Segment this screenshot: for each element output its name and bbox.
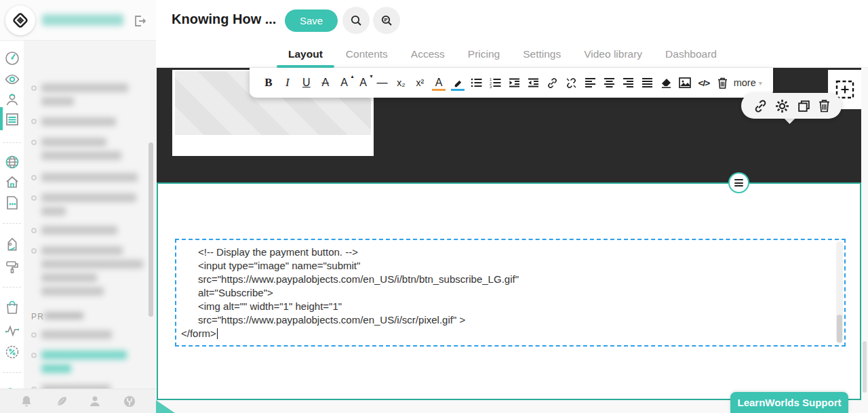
element-scrollbar-thumb[interactable]	[837, 315, 842, 342]
blurred-item[interactable]	[41, 173, 138, 182]
discount-icon[interactable]	[4, 344, 20, 360]
document-icon[interactable]	[4, 195, 20, 211]
blurred-item[interactable]	[41, 193, 136, 202]
blurred-item[interactable]	[41, 246, 123, 255]
pages-icon[interactable]	[4, 111, 20, 127]
section-header-pricing: PR	[31, 312, 83, 321]
tab-dashboard[interactable]: Dashboard	[654, 41, 728, 68]
strikethrough-icon[interactable]: A	[317, 74, 334, 92]
save-button[interactable]: Save	[285, 9, 338, 32]
tab-contents[interactable]: Contents	[334, 41, 399, 68]
sidebar-course-list: PR ENROLLMENT CLOSED	[24, 41, 156, 389]
link-icon[interactable]	[545, 74, 561, 92]
indent-icon[interactable]	[507, 74, 523, 92]
list-bullet	[31, 248, 37, 254]
trash-icon[interactable]	[715, 74, 731, 92]
bold-icon[interactable]: B	[260, 74, 277, 92]
blurred-item[interactable]	[41, 330, 112, 339]
italic-icon[interactable]: I	[279, 74, 296, 92]
learnworlds-logo[interactable]	[5, 5, 35, 35]
support-widget[interactable]: LearnWorlds Support	[730, 392, 848, 413]
align-right-icon[interactable]	[620, 74, 636, 92]
blurred-item[interactable]	[41, 260, 143, 269]
corner-fold-decoration	[156, 400, 175, 413]
bell-icon[interactable]	[20, 395, 33, 408]
course-header: Knowing How ... Save	[156, 0, 868, 41]
feather-icon[interactable]	[54, 395, 68, 408]
blurred-item-selected[interactable]	[41, 364, 71, 373]
image-icon[interactable]	[677, 74, 693, 92]
text-format-toolbar: B I U A A▴ A▾ — x₂ x² A 123	[250, 68, 773, 98]
unlink-icon[interactable]	[564, 74, 580, 92]
globe-icon[interactable]	[4, 154, 20, 170]
selected-page-section[interactable]: <!-- Display the payment button. --> <in…	[157, 182, 861, 400]
blurred-item[interactable]	[41, 138, 106, 146]
blurred-item-selected[interactable]	[41, 351, 127, 359]
person-icon[interactable]	[88, 395, 102, 408]
page-canvas: B I U A A▴ A▾ — x₂ x² A 123	[156, 68, 868, 413]
list-bullet	[31, 175, 37, 180]
wrench-icon[interactable]	[123, 395, 136, 408]
rail-divider	[3, 223, 21, 224]
rail-divider	[3, 372, 21, 373]
blurred-item[interactable]	[41, 151, 121, 160]
element-scrollbar[interactable]	[836, 241, 843, 344]
list-bullet	[31, 140, 37, 145]
tab-pricing[interactable]: Pricing	[456, 41, 511, 68]
ordered-list-icon[interactable]: 123	[488, 74, 504, 92]
blurred-item[interactable]	[41, 117, 116, 126]
code-icon[interactable]: </>	[696, 74, 712, 92]
list-bullet	[31, 332, 37, 338]
tab-layout[interactable]: Layout	[277, 41, 334, 68]
dashboard-icon[interactable]	[4, 50, 20, 66]
bag-icon[interactable]	[4, 299, 20, 315]
duplicate-icon[interactable]	[797, 99, 811, 113]
blurred-item[interactable]	[41, 97, 74, 106]
blurred-item[interactable]	[41, 83, 128, 92]
blurred-item[interactable]	[41, 226, 117, 235]
search-icon[interactable]	[342, 7, 370, 34]
align-justify-icon[interactable]	[639, 74, 655, 92]
learnworlds-course-editor: PR ENROLLMENT CLOSED	[0, 0, 868, 413]
blurred-item[interactable]	[41, 207, 66, 216]
outdent-icon[interactable]	[526, 74, 542, 92]
horizontal-rule-icon[interactable]: —	[374, 74, 390, 92]
blurred-item[interactable]	[41, 287, 104, 296]
tag-icon[interactable]	[4, 238, 20, 254]
align-left-icon[interactable]	[582, 74, 598, 92]
tab-access[interactable]: Access	[399, 41, 456, 68]
exit-icon[interactable]	[132, 13, 148, 29]
home-icon[interactable]	[4, 174, 20, 191]
list-bullet	[31, 119, 37, 124]
paint-roller-icon[interactable]	[4, 258, 20, 275]
font-size-down-icon[interactable]: A▾	[355, 74, 372, 92]
subscript-icon[interactable]: x₂	[393, 74, 409, 92]
blurred-item[interactable]	[41, 273, 97, 282]
font-size-up-icon[interactable]: A▴	[336, 74, 353, 92]
tab-video-library[interactable]: Video library	[572, 41, 654, 68]
highlight-icon[interactable]	[450, 74, 466, 92]
tab-settings[interactable]: Settings	[511, 41, 572, 68]
svg-text:3: 3	[490, 85, 492, 88]
font-color-icon[interactable]: A	[431, 74, 447, 92]
link-icon[interactable]	[753, 99, 768, 113]
sidebar-scrollbar[interactable]	[149, 142, 153, 317]
section-menu-handle[interactable]	[728, 172, 749, 193]
pulse-icon[interactable]	[4, 323, 20, 339]
eraser-icon[interactable]	[658, 74, 674, 92]
user-icon[interactable]	[4, 92, 20, 108]
align-center-icon[interactable]	[601, 74, 617, 92]
embedded-code-text[interactable]: <!-- Display the payment button. --> <in…	[176, 240, 844, 343]
selected-html-element[interactable]: <!-- Display the payment button. --> <in…	[175, 239, 846, 347]
workspace-name-blurred	[42, 14, 123, 26]
trash-icon[interactable]	[818, 99, 830, 113]
eye-icon[interactable]	[4, 71, 20, 87]
underline-icon[interactable]: U	[298, 74, 315, 92]
page-scrollbar-thumb[interactable]	[863, 341, 867, 393]
gear-icon[interactable]	[775, 99, 789, 113]
zoom-out-icon[interactable]	[373, 7, 400, 34]
course-tabs: Layout Contents Access Pricing Settings …	[156, 41, 868, 68]
unordered-list-icon[interactable]	[469, 74, 485, 92]
more-menu[interactable]: more▾	[734, 74, 762, 92]
superscript-icon[interactable]: x²	[412, 74, 428, 92]
